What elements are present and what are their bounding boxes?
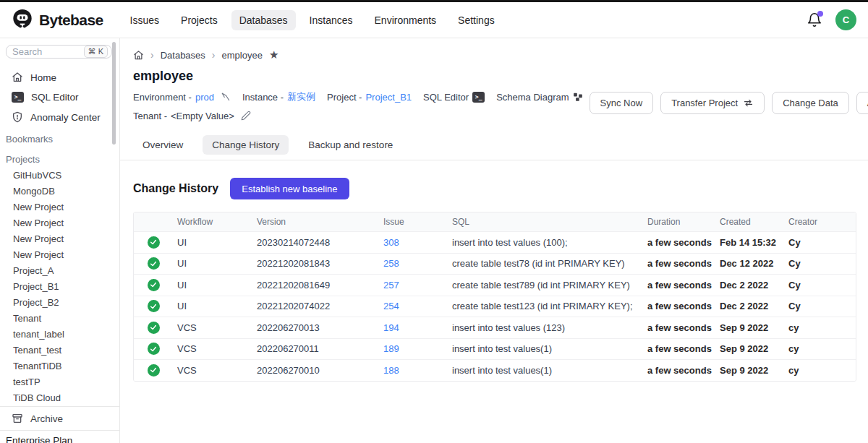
issue-link[interactable]: 258 [383, 258, 399, 269]
table-row[interactable]: UI 20221202081843 258 create table test7… [134, 253, 856, 275]
sidebar-project-item[interactable]: TiDB Cloud [0, 390, 119, 406]
column-header[interactable]: Issue [383, 217, 452, 227]
nav-item[interactable]: Issues [122, 10, 167, 30]
table-row[interactable]: UI 20221202081649 257 create table test7… [134, 274, 856, 296]
sidebar-item-sql-editor[interactable]: >_ SQL Editor [0, 87, 119, 107]
cell-workflow: UI [177, 280, 257, 291]
sidebar-project-item[interactable]: New Project [0, 199, 119, 215]
project-link[interactable]: Project_B1 [365, 92, 412, 103]
cell-workflow: VCS [177, 365, 257, 376]
issue-link[interactable]: 188 [383, 365, 399, 376]
sidebar-project-item[interactable]: New Project [0, 215, 119, 231]
plan-label[interactable]: Enterprise Plan [0, 430, 119, 443]
sidebar-project-item[interactable]: Tenant [0, 311, 119, 327]
page-actions: Sync Now Transfer Project Change Data Al… [590, 92, 868, 114]
edit-pencil-icon[interactable] [241, 111, 251, 121]
sidebar-project-item[interactable]: New Project [0, 231, 119, 247]
sidebar-project-item[interactable]: New Project [0, 247, 119, 263]
change-history-table: Workflow Version Issue SQL Duration Crea… [133, 212, 856, 382]
nav-item[interactable]: Settings [450, 10, 503, 30]
bookmark-star-icon[interactable]: ★ [269, 51, 278, 59]
cell-workflow: UI [177, 258, 257, 269]
issue-link[interactable]: 308 [383, 237, 399, 248]
issue-link[interactable]: 257 [383, 280, 399, 291]
transfer-project-button[interactable]: Transfer Project [660, 92, 765, 114]
sidebar-item-archive[interactable]: Archive [0, 407, 119, 430]
cell-sql: create table test123 (id int PRIMARY KEY… [452, 301, 647, 311]
column-header[interactable]: Created [720, 217, 788, 227]
sidebar-project-item[interactable]: MongoDB [0, 184, 119, 199]
sidebar-project-item[interactable]: Project_A [0, 263, 119, 279]
nav-item[interactable]: Instances [302, 10, 361, 30]
nav-item[interactable]: Projects [173, 10, 226, 30]
sidebar-project-item[interactable]: testTP [0, 374, 119, 390]
cell-version: 20221202074022 [257, 301, 383, 311]
issue-link[interactable]: 194 [383, 322, 399, 333]
projects-section-label: Projects [0, 147, 119, 168]
user-avatar[interactable]: C [835, 9, 856, 30]
nav-item[interactable]: Environments [367, 10, 445, 30]
main-nav: Issues Projects Databases Instances Envi… [122, 10, 503, 30]
tenant-value: <Empty Value> [171, 111, 234, 121]
success-check-icon [148, 343, 160, 355]
sidebar-item-home[interactable]: Home [0, 67, 119, 87]
establish-baseline-button[interactable]: Establish new baseline [230, 178, 349, 199]
cell-created: Sep 9 2022 [720, 322, 788, 333]
sidebar-scrollbar[interactable] [112, 42, 116, 145]
cell-duration: a few seconds [647, 365, 720, 376]
search-input[interactable] [12, 46, 69, 57]
environment-link[interactable]: prod [195, 92, 214, 103]
schema-diagram-icon [573, 92, 583, 102]
column-header[interactable]: Version [257, 217, 383, 227]
archive-icon [12, 413, 23, 424]
schema-diagram-shortcut[interactable]: Schema Diagram [496, 92, 582, 103]
issue-link[interactable]: 189 [383, 343, 399, 354]
nav-item[interactable]: Databases [231, 10, 296, 30]
sidebar-project-item[interactable]: Project_B2 [0, 295, 119, 311]
sidebar-project-item[interactable]: Project_B1 [0, 279, 119, 295]
cell-sql: insert into test values(1) [452, 365, 647, 376]
cell-created: Dec 2 2022 [720, 301, 788, 311]
home-breadcrumb-icon[interactable] [133, 50, 144, 61]
notifications-button[interactable] [807, 12, 822, 28]
sql-editor-shortcut[interactable]: SQL Editor >_ [423, 92, 485, 103]
bytebase-logo[interactable]: Bytebase [12, 8, 103, 33]
table-header-row: Workflow Version Issue SQL Duration Crea… [134, 212, 856, 231]
success-check-icon [148, 322, 160, 334]
breadcrumb-databases[interactable]: Databases [161, 50, 205, 61]
table-row[interactable]: VCS 202206270013 194 insert into test va… [134, 317, 856, 338]
instance-link[interactable]: 新实例 [287, 90, 315, 103]
cell-duration: a few seconds [647, 322, 720, 333]
column-header[interactable]: Creator [788, 217, 856, 227]
table-row[interactable]: VCS 202206270011 189 insert into test va… [134, 338, 856, 360]
breadcrumb-employee[interactable]: employee [222, 50, 263, 61]
breadcrumb-separator: › [150, 49, 154, 61]
table-row[interactable]: UI 20230214072448 308 insert into test v… [134, 231, 856, 253]
issue-link[interactable]: 254 [383, 301, 399, 311]
cell-version: 202206270011 [257, 343, 383, 354]
table-row[interactable]: VCS 202206270010 188 insert into test va… [134, 359, 856, 381]
notification-dot [817, 11, 823, 17]
column-header[interactable]: Duration [647, 217, 720, 227]
search-box[interactable]: ⌘ K [6, 45, 112, 59]
table-row[interactable]: UI 20221202074022 254 create table test1… [134, 296, 856, 317]
change-data-button[interactable]: Change Data [772, 92, 849, 114]
success-check-icon [148, 257, 160, 270]
column-header[interactable]: Workflow [177, 217, 257, 227]
sidebar-item-anomaly-center[interactable]: Anomaly Center [0, 107, 119, 127]
sidebar-project-item[interactable]: GitHubVCS [0, 168, 119, 184]
cell-sql: insert into test values(1) [452, 343, 647, 354]
sidebar-project-item[interactable]: tenant_label [0, 327, 119, 343]
tab-item[interactable]: Overview [133, 135, 192, 155]
alter-schema-button[interactable]: Alter Schema [856, 92, 868, 114]
cell-sql: insert into test values (123) [452, 322, 647, 333]
sidebar-project-item[interactable]: TenantTiDB [0, 358, 119, 374]
column-header[interactable]: SQL [452, 217, 647, 227]
section-title: Change History [133, 182, 218, 195]
sync-now-button[interactable]: Sync Now [590, 92, 654, 114]
tab-item[interactable]: Change History [203, 135, 289, 155]
cell-workflow: VCS [177, 343, 257, 354]
cell-created: Dec 2 2022 [720, 280, 788, 291]
tab-item[interactable]: Backup and restore [299, 135, 402, 155]
sidebar-project-item[interactable]: Tenant_test [0, 343, 119, 358]
